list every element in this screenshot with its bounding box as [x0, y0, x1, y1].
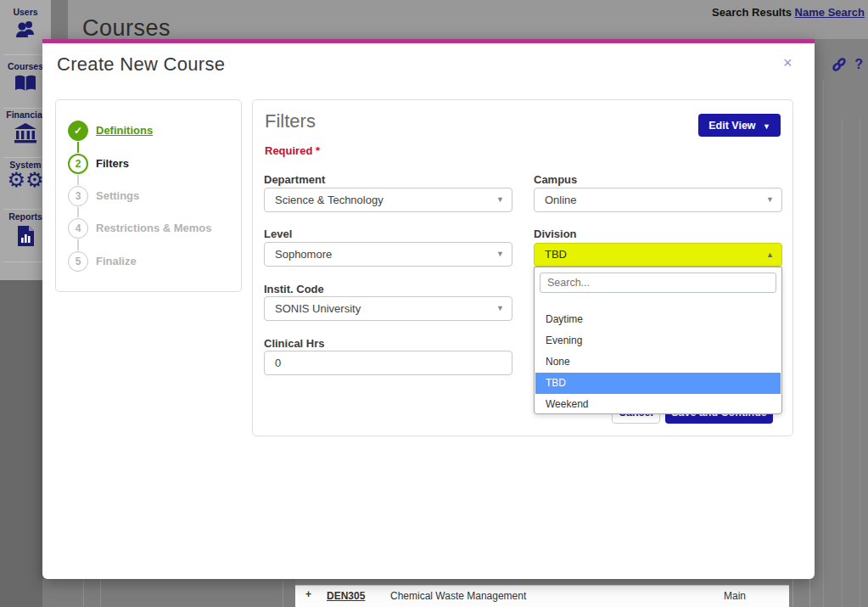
- dropdown-option-none[interactable]: None: [535, 351, 781, 373]
- close-icon[interactable]: ×: [783, 55, 792, 70]
- dropdown-option-weekend[interactable]: Weekend: [535, 394, 781, 415]
- users-icon: [13, 20, 38, 42]
- page-title: Courses: [82, 15, 171, 42]
- name-search-link[interactable]: Name Search: [795, 6, 865, 19]
- chevron-down-icon: ▼: [763, 122, 770, 131]
- filters-heading: Filters: [265, 110, 316, 132]
- step-number: 2: [68, 154, 88, 174]
- page-utility-icons: ?: [831, 56, 863, 73]
- step-connector: [77, 175, 79, 185]
- step-settings: Settings: [96, 186, 139, 206]
- step-filters: Filters: [96, 154, 129, 174]
- step-number: 3: [68, 186, 88, 206]
- dropdown-option-blank[interactable]: [535, 298, 781, 309]
- step-number: 4: [68, 218, 88, 239]
- sidebar-item-users[interactable]: Users: [0, 7, 51, 42]
- division-select[interactable]: TBD ▲: [534, 243, 782, 267]
- dimmed-table-left: [42, 579, 295, 607]
- chevron-down-icon: ▼: [496, 297, 504, 320]
- report-icon: [14, 224, 36, 248]
- book-icon: [13, 74, 38, 94]
- sidebar-divider: [3, 157, 48, 158]
- sidebar-divider: [3, 261, 48, 262]
- department-select[interactable]: Science & Technology ▼: [264, 188, 512, 212]
- step-definitions[interactable]: Definitions: [96, 121, 153, 141]
- sidebar-item-label: Users: [0, 7, 51, 17]
- bank-icon: [13, 122, 38, 144]
- expand-plus-icon[interactable]: +: [305, 588, 311, 600]
- clinical-hrs-label: Clinical Hrs: [264, 337, 325, 350]
- sidebar-divider: [3, 108, 48, 109]
- chevron-down-icon: ▼: [496, 188, 504, 211]
- sidebar-edge: [51, 0, 68, 39]
- help-icon[interactable]: ?: [854, 57, 863, 72]
- level-select[interactable]: Sophomore ▼: [264, 242, 512, 267]
- step-restrictions-memos: Restrictions & Memos: [96, 218, 212, 239]
- campus-select[interactable]: Online ▼: [534, 188, 782, 212]
- gears-icon: ⚙⚙: [7, 168, 43, 191]
- instit-code-select[interactable]: SONIS University ▼: [264, 296, 512, 321]
- level-label: Level: [264, 228, 292, 240]
- search-results-label: Search Results: [712, 6, 792, 19]
- division-value: TBD: [545, 248, 567, 261]
- filters-panel: Filters Edit View ▼ Required * Departmen…: [252, 99, 793, 436]
- edit-view-label: Edit View: [708, 120, 755, 132]
- course-name-cell: Chemical Waste Management: [390, 590, 526, 602]
- level-value: Sophomore: [275, 248, 332, 261]
- campus-label: Campus: [534, 173, 577, 186]
- step-number: 5: [68, 251, 88, 272]
- wizard-steps-card: ✓ Definitions 2 Filters 3 Settings 4 Res…: [55, 99, 242, 292]
- department-label: Department: [264, 173, 325, 186]
- step-finalize: Finalize: [96, 251, 137, 272]
- division-dropdown: Daytime Evening None TBD Weekend: [534, 267, 782, 414]
- required-note: Required *: [265, 144, 320, 157]
- dropdown-option-tbd[interactable]: TBD: [535, 373, 781, 394]
- instit-code-value: SONIS University: [275, 302, 361, 315]
- campus-value: Online: [545, 194, 577, 206]
- step-connector: [77, 239, 79, 250]
- course-campus-cell: Main: [724, 590, 746, 602]
- dropdown-option-evening[interactable]: Evening: [535, 330, 781, 351]
- course-code-link[interactable]: DEN305: [327, 590, 365, 602]
- sidebar-divider: [3, 209, 48, 210]
- instit-code-label: Instit. Code: [264, 283, 324, 295]
- department-value: Science & Technology: [275, 194, 384, 206]
- step-connector: [77, 207, 79, 217]
- chevron-down-icon: ▼: [496, 243, 504, 266]
- dropdown-option-daytime[interactable]: Daytime: [535, 309, 781, 330]
- dropdown-search-input[interactable]: [540, 273, 776, 293]
- table-row: + DEN305 Chemical Waste Management Main: [295, 585, 789, 607]
- screen: Courses Search Results Name Search Users…: [0, 0, 868, 607]
- create-course-modal: Create New Course × ✓ Definitions 2 Filt…: [42, 39, 815, 579]
- division-label: Division: [534, 228, 577, 240]
- link-icon[interactable]: [831, 56, 848, 73]
- step-connector: [77, 142, 79, 153]
- clinical-hrs-input[interactable]: [264, 351, 512, 375]
- chevron-down-icon: ▼: [766, 188, 774, 211]
- sidebar-divider: [3, 54, 48, 55]
- step-check-icon: ✓: [68, 121, 88, 141]
- chevron-up-icon: ▲: [766, 244, 774, 266]
- modal-title: Create New Course: [57, 53, 225, 76]
- edit-view-button[interactable]: Edit View ▼: [698, 114, 781, 137]
